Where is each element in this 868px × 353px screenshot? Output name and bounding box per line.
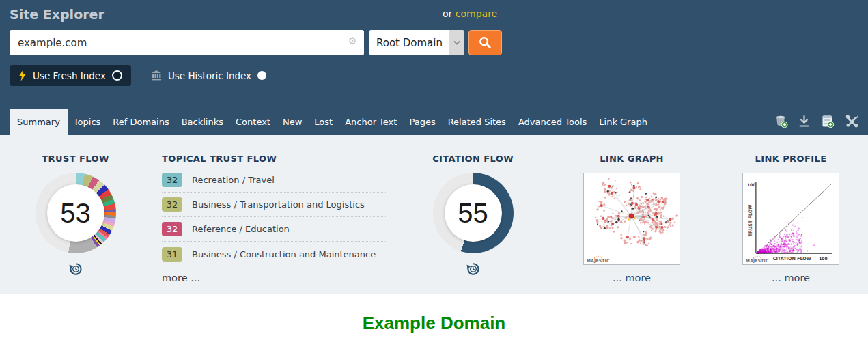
trust-flow-value: 53 — [60, 199, 91, 227]
citation-flow-donut: 55 — [433, 173, 514, 253]
historic-index-radio-unselected[interactable] — [257, 71, 266, 80]
link-profile-more-link[interactable]: ... more — [772, 272, 810, 283]
trust-flow-donut: 53 — [36, 173, 116, 253]
topical-row[interactable]: 32 Business / Transportation and Logisti… — [162, 193, 387, 217]
topical-category-label: Business / Transportation and Logistics — [192, 199, 365, 210]
index-toggle-row: Use Fresh Index Use Historic Index — [10, 65, 275, 86]
topical-category-label: Reference / Education — [192, 224, 290, 234]
tab-bar: Summary Topics Ref Domains Backlinks Con… — [0, 109, 868, 135]
add-to-bucket-icon[interactable] — [774, 114, 788, 128]
link-graph-canvas — [595, 178, 678, 246]
tab-summary[interactable]: Summary — [10, 109, 68, 135]
bank-icon — [151, 70, 162, 81]
historic-index-toggle[interactable]: Use Historic Index — [142, 66, 275, 86]
link-graph-thumbnail[interactable]: MAJESTIC — [583, 173, 680, 265]
search-row: ⚙ Root Domain — [10, 30, 502, 55]
link-graph-more-link[interactable]: ... more — [613, 272, 651, 283]
search-box: ⚙ — [10, 30, 364, 55]
topical-trust-flow-panel: TOPICAL TRUST FLOW 32 Recreation / Trave… — [162, 154, 387, 284]
lightning-bolt-icon — [18, 70, 27, 81]
link-profile-canvas — [757, 217, 822, 254]
scope-selected-value: Root Domain — [369, 37, 443, 49]
link-profile-thumbnail[interactable]: 100 TRUST FLOW CITATION FLOW 100 MAJESTI… — [742, 173, 839, 265]
link-graph-title: LINK GRAPH — [583, 154, 680, 164]
fresh-index-toggle[interactable]: Use Fresh Index — [10, 65, 131, 86]
tab-link-graph[interactable]: Link Graph — [593, 110, 654, 135]
historic-index-label: Use Historic Index — [168, 70, 251, 81]
site-explorer-header: Site Explorer or compare ⚙ Root Domain — [0, 0, 868, 135]
fresh-index-radio-selected[interactable] — [112, 70, 122, 81]
topical-trust-flow-title: TOPICAL TRUST FLOW — [162, 154, 387, 164]
scope-select[interactable]: Root Domain — [369, 30, 464, 55]
svg-text:CITATION FLOW: CITATION FLOW — [773, 256, 811, 262]
link-profile-panel: LINK PROFILE 100 TRUST FLOW CITATION FLO… — [742, 154, 839, 284]
tab-context[interactable]: Context — [229, 110, 277, 135]
tab-related-sites[interactable]: Related Sites — [442, 110, 512, 135]
topical-row[interactable]: 32 Reference / Education — [162, 217, 387, 242]
page-title: Site Explorer — [10, 7, 104, 22]
tab-topics[interactable]: Topics — [68, 110, 107, 135]
site-preview-heading: Example Domain — [363, 313, 506, 334]
download-icon[interactable] — [798, 115, 811, 128]
citation-flow-title: CITATION FLOW — [413, 154, 533, 164]
link-graph-panel: LINK GRAPH MAJESTIC ... more — [583, 154, 680, 284]
svg-text:100: 100 — [819, 256, 827, 261]
citation-flow-value: 55 — [458, 199, 488, 227]
trust-flow-panel: TRUST FLOW 53 — [16, 154, 135, 279]
topical-row[interactable]: 31 Business / Construction and Maintenan… — [162, 242, 387, 266]
topical-score-badge: 31 — [162, 247, 182, 262]
trust-flow-history-icon[interactable] — [68, 262, 83, 279]
topical-category-label: Business / Construction and Maintenance — [192, 249, 376, 259]
tab-pages[interactable]: Pages — [403, 110, 441, 135]
fresh-index-label: Use Fresh Index — [33, 70, 106, 81]
gear-icon[interactable]: ⚙ — [348, 36, 357, 46]
or-text: or — [443, 8, 452, 19]
search-input[interactable] — [10, 30, 364, 55]
search-button[interactable] — [468, 30, 502, 55]
citation-flow-history-icon[interactable] — [466, 262, 481, 279]
create-report-icon[interactable] — [820, 114, 835, 128]
tab-new[interactable]: New — [277, 110, 308, 135]
svg-text:TRUST FLOW: TRUST FLOW — [748, 205, 753, 237]
tab-anchor-text[interactable]: Anchor Text — [339, 110, 403, 135]
topical-score-badge: 32 — [162, 222, 182, 236]
link-profile-title: LINK PROFILE — [742, 154, 839, 164]
magnifier-icon — [478, 36, 492, 50]
summary-metrics-strip: TRUST FLOW 53 TOPICAL TRUST FLOW 32 Recr… — [0, 135, 868, 294]
topical-row[interactable]: 32 Recreation / Travel — [162, 168, 387, 193]
citation-flow-panel: CITATION FLOW 55 — [413, 154, 533, 279]
topical-score-badge: 32 — [162, 197, 182, 212]
topical-score-badge: 32 — [162, 173, 182, 187]
compare-link[interactable]: compare — [456, 8, 497, 19]
svg-text:100: 100 — [747, 182, 755, 187]
compare-row: or compare — [443, 8, 497, 19]
tab-lost[interactable]: Lost — [308, 110, 339, 135]
topical-category-label: Recreation / Travel — [192, 175, 275, 185]
tab-ref-domains[interactable]: Ref Domains — [107, 110, 175, 135]
tab-advanced-tools[interactable]: Advanced Tools — [512, 110, 593, 135]
header-toolbar — [774, 114, 859, 128]
trust-flow-title: TRUST FLOW — [16, 154, 135, 164]
site-preview-area: Example Domain — [0, 294, 868, 353]
tab-backlinks[interactable]: Backlinks — [176, 110, 229, 135]
topical-more-link[interactable]: more ... — [162, 272, 200, 283]
tools-icon[interactable] — [844, 114, 859, 128]
chevron-down-icon — [449, 30, 464, 55]
